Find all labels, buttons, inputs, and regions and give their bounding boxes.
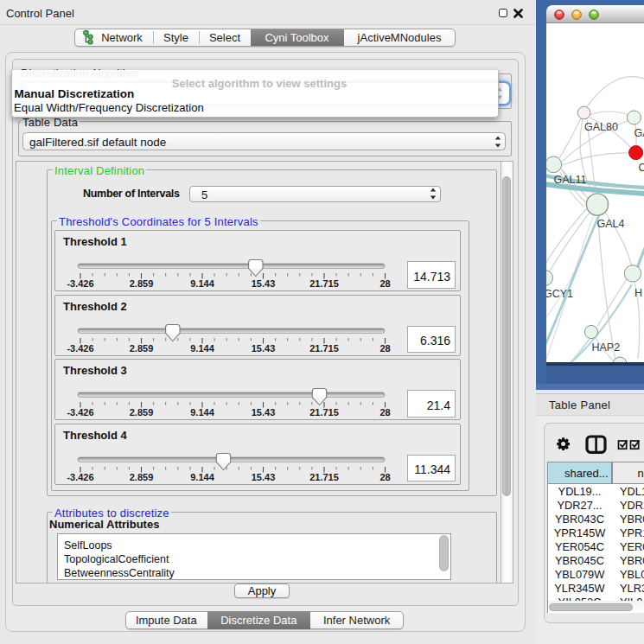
svg-text:2.859: 2.859 [130,407,154,418]
svg-text:GAL11: GAL11 [554,174,587,186]
svg-text:-3.426: -3.426 [67,343,93,354]
svg-text:15.43: 15.43 [252,343,276,354]
svg-text:9.144: 9.144 [190,407,214,418]
svg-text:C: C [639,162,644,174]
svg-text:HAP2: HAP2 [592,341,621,354]
svg-text:15.43: 15.43 [252,472,276,482]
svg-text:28: 28 [379,278,390,289]
svg-text:9.144: 9.144 [190,343,214,354]
svg-text:21.715: 21.715 [309,407,339,418]
svg-text:-3.426: -3.426 [67,472,93,482]
svg-text:21.715: 21.715 [309,472,339,482]
svg-text:28: 28 [379,343,390,354]
svg-text:GAL80: GAL80 [584,121,618,133]
svg-text:H: H [634,287,642,299]
svg-text:GAL4: GAL4 [597,218,625,230]
svg-text:28: 28 [379,472,390,482]
svg-text:-3.426: -3.426 [67,278,93,289]
svg-text:9.144: 9.144 [190,472,214,482]
svg-text:GA: GA [634,127,644,139]
svg-text:2.859: 2.859 [130,343,154,354]
svg-text:9.144: 9.144 [190,278,214,289]
svg-text:28: 28 [379,407,390,418]
svg-text:15.43: 15.43 [252,407,276,418]
svg-text:21.715: 21.715 [309,278,339,289]
svg-text:2.859: 2.859 [130,278,154,289]
svg-text:-3.426: -3.426 [67,407,93,418]
svg-text:15.43: 15.43 [252,278,276,289]
svg-text:GCY1: GCY1 [546,288,573,300]
svg-text:2.859: 2.859 [130,472,154,482]
svg-text:21.715: 21.715 [309,343,339,354]
